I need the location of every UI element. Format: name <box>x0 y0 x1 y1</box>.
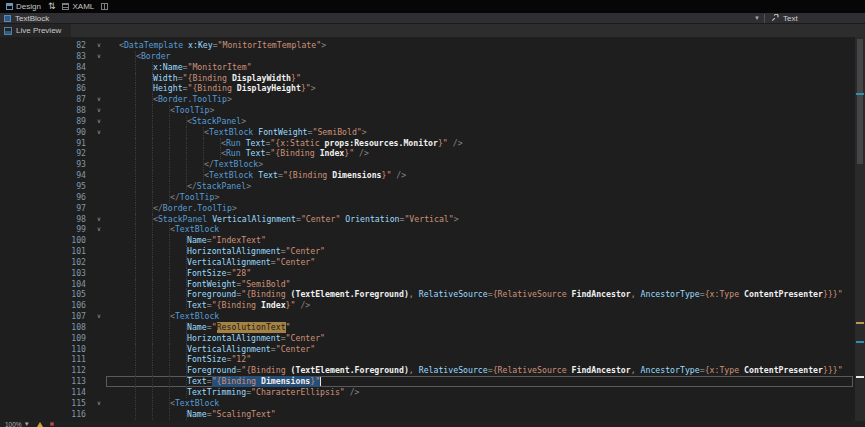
code-line[interactable]: 92<Run Text="{Binding Index}" /> <box>0 148 865 159</box>
fold-chevron-icon[interactable]: ∨ <box>92 127 106 138</box>
code-token: "Center" <box>276 344 315 355</box>
code-token: Name <box>187 235 207 246</box>
code-line[interactable]: 94<TextBlock Text="{Binding Dimensions}"… <box>0 170 865 181</box>
indent-guide <box>136 376 153 387</box>
code-line[interactable]: 105Foreground="{Binding (TextElement.For… <box>0 289 865 300</box>
code-line[interactable]: 112Foreground="{Binding (TextElement.For… <box>0 365 865 376</box>
code-line[interactable]: 84x:Name="MonitorItem" <box>0 62 865 73</box>
indent-guide <box>153 116 170 127</box>
fold-chevron-icon[interactable]: ∨ <box>92 224 106 235</box>
fold-chevron-icon[interactable]: ∨ <box>92 94 106 105</box>
code-line[interactable]: 116Name="ScalingText" <box>0 409 865 420</box>
fold-chevron-icon[interactable]: ∨ <box>92 105 106 116</box>
design-tab[interactable]: Design <box>6 2 41 11</box>
code-line[interactable]: 107∨<TextBlock <box>0 311 865 322</box>
code-line[interactable]: 109HorizontalAlignment="Center" <box>0 333 865 344</box>
code-token: AncestorType <box>641 289 700 300</box>
code-line[interactable]: 88∨<ToolTip> <box>0 105 865 116</box>
indent-guide <box>136 214 153 225</box>
xaml-tab-label: XAML <box>72 2 94 11</box>
code-line[interactable]: 100Name="IndexText" <box>0 235 865 246</box>
code-line[interactable]: 104FontWeight="SemiBold" <box>0 279 865 290</box>
line-number: 114 <box>0 387 92 398</box>
fold-chevron-icon[interactable]: ∨ <box>92 311 106 322</box>
code-line[interactable]: 113Text="{Binding Dimensions}" <box>0 376 865 387</box>
code-line[interactable]: 95</StackPanel> <box>0 181 865 192</box>
error-indicator-icon[interactable] <box>50 422 54 426</box>
code-line[interactable]: 85Width="{Binding DisplayWidth}" <box>0 73 865 84</box>
code-line-content: <TextBlock <box>106 224 853 235</box>
fold-chevron-icon[interactable]: ∨ <box>92 51 106 62</box>
indent-guide <box>170 159 187 170</box>
indent-guide <box>170 387 187 398</box>
split-view-icon[interactable] <box>101 3 108 10</box>
code-token: AncestorType <box>641 365 700 376</box>
code-line-content: HorizontalAlignment="Center" <box>106 246 853 257</box>
code-line-content: </ToolTip> <box>106 192 853 203</box>
fold-chevron-icon[interactable]: ∨ <box>92 398 106 409</box>
code-line[interactable]: 97</Border.ToolTip> <box>0 203 865 214</box>
code-token: , <box>409 365 419 376</box>
code-line-content: Foreground="{Binding (TextElement.Foregr… <box>106 365 853 376</box>
code-line[interactable]: 111FontSize="12" <box>0 354 865 365</box>
indent-guide <box>153 409 170 420</box>
code-line[interactable]: 82∨<DataTemplate x:Key="MonitorItemTempl… <box>0 40 865 51</box>
code-line[interactable]: 89∨<StackPanel> <box>0 116 865 127</box>
code-line[interactable]: 114TextTrimming="CharacterEllipsis" /> <box>0 387 865 398</box>
code-line[interactable]: 86Height="{Binding DisplayHeight}"> <box>0 83 865 94</box>
fold-chevron-icon[interactable]: ∨ <box>92 214 106 225</box>
line-number: 105 <box>0 289 92 300</box>
code-token: x:Key <box>183 40 213 51</box>
code-token: RelativeSource <box>419 289 488 300</box>
editor-status-strip: 100% ▼ <box>0 421 865 427</box>
property-dropdown[interactable]: Text <box>765 13 865 23</box>
line-number: 82 <box>0 40 92 51</box>
indent-guide <box>136 192 153 203</box>
indent-guide <box>170 138 187 149</box>
code-line[interactable]: 110VerticalAlignment="Center" <box>0 344 865 355</box>
code-token: (TextElement.Foreground) <box>291 365 409 376</box>
indent-guide <box>119 62 136 73</box>
vertical-scrollbar[interactable] <box>855 37 865 421</box>
live-preview-tab[interactable]: Live Preview <box>0 24 71 37</box>
code-token: }" <box>382 170 392 181</box>
code-line[interactable]: 87∨<Border.ToolTip> <box>0 94 865 105</box>
code-token: }" <box>344 148 354 159</box>
preview-tab-bar: Live Preview <box>0 24 865 37</box>
code-line-content: Width="{Binding DisplayWidth}" <box>106 73 853 84</box>
fold-chevron-icon[interactable]: ∨ <box>92 40 106 51</box>
element-dropdown[interactable]: TextBlock ▼ <box>0 13 764 23</box>
code-line[interactable]: 96</ToolTip> <box>0 192 865 203</box>
code-line[interactable]: 90∨<TextBlock FontWeight="SemiBold"> <box>0 127 865 138</box>
line-number: 91 <box>0 138 92 149</box>
code-line-content: <Border.ToolTip> <box>106 94 853 105</box>
indent-guide <box>153 192 170 203</box>
warning-indicator-icon[interactable] <box>37 422 43 427</box>
code-token: VerticalAlignment <box>207 214 296 225</box>
fold-chevron-icon[interactable]: ∨ <box>92 116 106 127</box>
code-token: Height <box>153 83 183 94</box>
code-editor[interactable]: 82∨<DataTemplate x:Key="MonitorItemTempl… <box>0 37 865 421</box>
code-line[interactable]: 83∨<Border <box>0 51 865 62</box>
code-line[interactable]: 101HorizontalAlignment="Center" <box>0 246 865 257</box>
code-line[interactable]: 102VerticalAlignment="Center" <box>0 257 865 268</box>
line-number: 89 <box>0 116 92 127</box>
code-token: /> <box>448 138 463 149</box>
code-line[interactable]: 103FontSize="28" <box>0 268 865 279</box>
code-line[interactable]: 98∨<StackPanel VerticalAlignment="Center… <box>0 214 865 225</box>
code-token: /> <box>354 148 369 159</box>
code-line[interactable]: 93</TextBlock> <box>0 159 865 170</box>
xaml-tab[interactable]: XAML <box>62 2 94 11</box>
zoom-dropdown[interactable]: 100% ▼ <box>5 421 30 427</box>
code-line[interactable]: 106Text="{Binding Index}" /> <box>0 300 865 311</box>
swap-panes-icon[interactable]: ⇅ <box>48 2 56 11</box>
code-line[interactable]: 115∨<TextBlock <box>0 398 865 409</box>
code-line[interactable]: 91<Run Text="{x:Static props:Resources.M… <box>0 138 865 149</box>
code-line[interactable]: 108Name="ResolutionText" <box>0 322 865 333</box>
code-line-content: Name="ResolutionText" <box>106 322 853 333</box>
code-line[interactable]: 99∨<TextBlock <box>0 224 865 235</box>
scrollbar-thumb[interactable] <box>857 39 863 164</box>
code-line-content: <ToolTip> <box>106 105 853 116</box>
code-token: }" <box>286 300 296 311</box>
indent-guide <box>119 224 136 235</box>
